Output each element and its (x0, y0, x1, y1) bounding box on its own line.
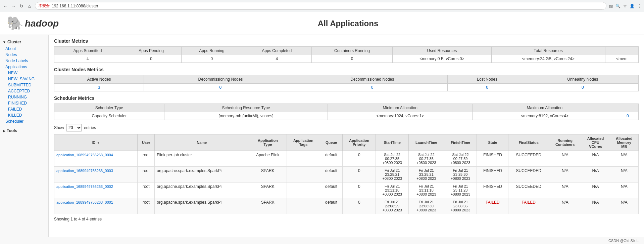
th-launch-time[interactable]: LaunchTime (408, 134, 444, 151)
val-scheduler-type: Capacity Scheduler (54, 112, 164, 120)
val-apps-completed: 4 (242, 55, 311, 63)
sidebar-item-accepted[interactable]: ACCEPTED (0, 88, 48, 94)
sidebar-item-nodes[interactable]: Nodes (0, 52, 48, 58)
cell-running-containers-1: N/A (549, 167, 581, 182)
val-apps-running: 0 (181, 55, 242, 63)
val-min-alloc: <memory:1024, vCores:1> (328, 112, 473, 120)
cell-state-0: FINISHED (477, 151, 508, 167)
sidebar-item-applications[interactable]: Applications (0, 64, 48, 70)
col-active-nodes: Active Nodes (54, 75, 144, 84)
cell-app-type-2: SPARK (249, 182, 287, 198)
table-row: application_1689949756263_0002 root org.… (54, 182, 639, 198)
th-alloc-cpu[interactable]: AllocatedCPUVCores (581, 134, 610, 151)
cell-id-3[interactable]: application_1689949756263_0001 (54, 198, 138, 214)
profile-icon[interactable]: 👤 (630, 4, 635, 8)
sidebar-item-scheduler[interactable]: Scheduler (0, 118, 48, 124)
sidebar-item-about[interactable]: About (0, 46, 48, 52)
cell-finish-time-1: Fri Jul 21 23:25:30 +0800 2023 (444, 167, 477, 182)
th-finish-time[interactable]: FinishTime (444, 134, 477, 151)
cell-finish-time-3: Fri Jul 21 23:08:36 +0800 2023 (444, 198, 477, 214)
th-final-status[interactable]: FinalStatus (508, 134, 549, 151)
scheduler-metrics-title: Scheduler Metrics (54, 95, 639, 101)
th-id[interactable]: ID ▼ (54, 134, 138, 151)
url-bar[interactable]: 不安全 192.168.1.11:8088/cluster (35, 2, 606, 10)
sidebar-item-new[interactable]: NEW (0, 70, 48, 76)
cell-user-2: root (138, 182, 155, 198)
val-decommissioned-nodes[interactable]: 0 (297, 84, 447, 91)
col-max-alloc: Maximum Allocation (473, 104, 617, 112)
cell-priority-1: 0 (342, 167, 376, 182)
cell-start-time-1: Fri Jul 21 23:25:21 +0800 2023 (376, 167, 408, 182)
entries-select[interactable]: 10 20 50 100 (66, 124, 82, 131)
cluster-metrics-title: Cluster Metrics (54, 38, 639, 44)
val-decom-nodes[interactable]: 0 (144, 84, 297, 91)
val-active-nodes[interactable]: 3 (54, 84, 144, 91)
val-max-alloc-2[interactable]: 0 (617, 112, 638, 120)
cell-alloc-cpu-3: N/A (581, 198, 610, 214)
val-unhealthy-nodes[interactable]: 0 (527, 84, 638, 91)
back-button[interactable]: ← (3, 3, 8, 9)
bookmark-icon[interactable]: ☆ (623, 4, 627, 8)
th-user[interactable]: User (138, 134, 155, 151)
th-running-containers[interactable]: RunningContainers (549, 134, 581, 151)
sidebar-item-new-saving[interactable]: NEW_SAVING (0, 76, 48, 82)
th-queue[interactable]: Queue (320, 134, 343, 151)
home-button[interactable]: ⌂ (27, 3, 32, 9)
menu-icon[interactable]: ⋮ (637, 4, 641, 8)
val-apps-pending: 0 (121, 55, 182, 63)
cell-name-0: Flink per-job cluster (155, 151, 249, 167)
cell-running-containers-2: N/A (549, 182, 581, 198)
tools-arrow-icon: ▶ (3, 129, 5, 133)
th-name[interactable]: Name (155, 134, 249, 151)
cell-alloc-cpu-1: N/A (581, 167, 610, 182)
cell-user-1: root (138, 167, 155, 182)
val-total-resources: <memory:24 GB, vCores:24> (491, 55, 605, 63)
col-unhealthy-nodes: Unhealthy Nodes (527, 75, 638, 84)
cell-id-0[interactable]: application_1689949756263_0004 (54, 151, 138, 167)
reload-button[interactable]: ↻ (19, 3, 24, 9)
sidebar-item-finished[interactable]: FINISHED (0, 100, 48, 106)
sidebar-item-running[interactable]: RUNNING (0, 94, 48, 100)
extensions-icon[interactable]: ▧ (609, 4, 613, 8)
cluster-arrow-icon: ▼ (3, 40, 6, 44)
sidebar-item-submitted[interactable]: SUBMITTED (0, 82, 48, 88)
cell-final-status-1: SUCCEEDED (508, 167, 549, 182)
zoom-icon[interactable]: 🔍 (615, 4, 621, 8)
cell-app-tags-2 (287, 182, 320, 198)
th-alloc-mem[interactable]: AllocatedMemoryMB (610, 134, 638, 151)
col-apps-completed: Apps Completed (242, 47, 311, 55)
th-app-tags[interactable]: ApplicationTags (287, 134, 320, 151)
val-lost-nodes[interactable]: 0 (447, 84, 527, 91)
cell-start-time-3: Fri Jul 21 23:08:29 +0800 2023 (376, 198, 408, 214)
cell-final-status-3: FAILED (508, 198, 549, 214)
show-entries-control: Show 10 20 50 100 entries (54, 124, 639, 131)
cell-id-2[interactable]: application_1689949756263_0002 (54, 182, 138, 198)
cluster-header[interactable]: ▼ Cluster (0, 38, 48, 46)
th-start-time[interactable]: StartTime (376, 134, 408, 151)
col-apps-pending: Apps Pending (121, 47, 182, 55)
cell-start-time-0: Sat Jul 22 00:27:35 +0800 2023 (376, 151, 408, 167)
sidebar-item-node-labels[interactable]: Node Labels (0, 58, 48, 64)
sidebar-item-killed[interactable]: KILLED (0, 112, 48, 118)
cell-launch-time-2: Fri Jul 21 23:11:18 +0800 2023 (408, 182, 444, 198)
cell-running-containers-3: N/A (549, 198, 581, 214)
scheduler-metrics-table: Scheduler Type Scheduling Resource Type … (54, 104, 639, 120)
cell-id-1[interactable]: application_1689949756263_0003 (54, 167, 138, 182)
val-total-resources-2: <mem (605, 55, 638, 63)
cell-app-tags-3 (287, 198, 320, 214)
th-state[interactable]: State (477, 134, 508, 151)
footer-text: CSDN @Old Six L (608, 239, 639, 243)
th-priority[interactable]: ApplicationPriority (342, 134, 376, 151)
cell-launch-time-1: Fri Jul 21 23:25:21 +0800 2023 (408, 167, 444, 182)
col-min-alloc: Minimum Allocation (328, 104, 473, 112)
show-label: Show (54, 125, 64, 130)
table-row: application_1689949756263_0003 root org.… (54, 167, 639, 182)
col-max-alloc-2 (617, 104, 638, 112)
cell-queue-1: default (320, 167, 343, 182)
sidebar-item-failed[interactable]: FAILED (0, 106, 48, 112)
th-app-type[interactable]: ApplicationType (249, 134, 287, 151)
forward-button[interactable]: → (11, 3, 16, 9)
tools-header[interactable]: ▶ Tools (0, 127, 48, 134)
cell-state-3: FAILED (477, 198, 508, 214)
page-title: All Applications (59, 19, 637, 28)
